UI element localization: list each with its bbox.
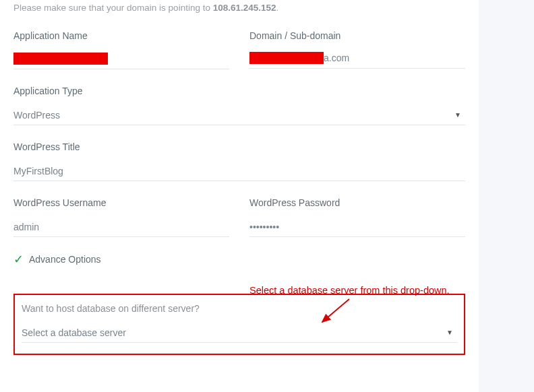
redacted-app-name <box>13 53 108 65</box>
wordpress-title-field: WordPress Title <box>13 141 465 181</box>
domain-pointer-info: Please make sure that your domain is poi… <box>13 3 465 13</box>
application-type-label: Application Type <box>13 86 465 96</box>
application-name-label: Application Name <box>13 30 229 41</box>
application-name-input[interactable] <box>13 51 229 69</box>
info-prefix: Please make sure that your domain is poi… <box>13 3 213 13</box>
wordpress-username-label: WordPress Username <box>13 197 229 208</box>
check-icon: ✓ <box>13 253 24 265</box>
redacted-domain <box>249 52 324 64</box>
form-panel: Please make sure that your domain is poi… <box>0 0 479 392</box>
domain-label: Domain / Sub-domain <box>249 30 465 41</box>
wordpress-password-field: WordPress Password <box>249 197 465 237</box>
database-server-question: Want to host database on different serve… <box>22 303 457 314</box>
domain-input[interactable]: a.com <box>249 51 465 69</box>
wordpress-username-input[interactable] <box>13 218 229 237</box>
info-suffix: . <box>276 3 279 13</box>
domain-suffix: a.com <box>324 53 349 63</box>
wordpress-title-label: WordPress Title <box>13 141 465 152</box>
wordpress-password-input[interactable] <box>249 218 465 237</box>
annotation-text: Select a database server from this drop-… <box>249 285 450 296</box>
application-name-field: Application Name <box>13 30 229 69</box>
database-server-section: Want to host database on different serve… <box>13 294 465 355</box>
wordpress-password-label: WordPress Password <box>249 197 465 208</box>
wordpress-username-field: WordPress Username <box>13 197 229 237</box>
advance-options-label: Advance Options <box>29 254 101 265</box>
application-type-select[interactable]: WordPress <box>13 106 465 125</box>
database-server-select[interactable]: Select a database server <box>22 323 457 343</box>
advance-options-toggle[interactable]: ✓ Advance Options <box>13 253 465 265</box>
info-ip: 108.61.245.152 <box>213 3 276 13</box>
wordpress-title-input[interactable] <box>13 162 465 181</box>
application-type-field: Application Type WordPress ▼ <box>13 86 465 125</box>
domain-field: Domain / Sub-domain a.com <box>249 30 465 69</box>
